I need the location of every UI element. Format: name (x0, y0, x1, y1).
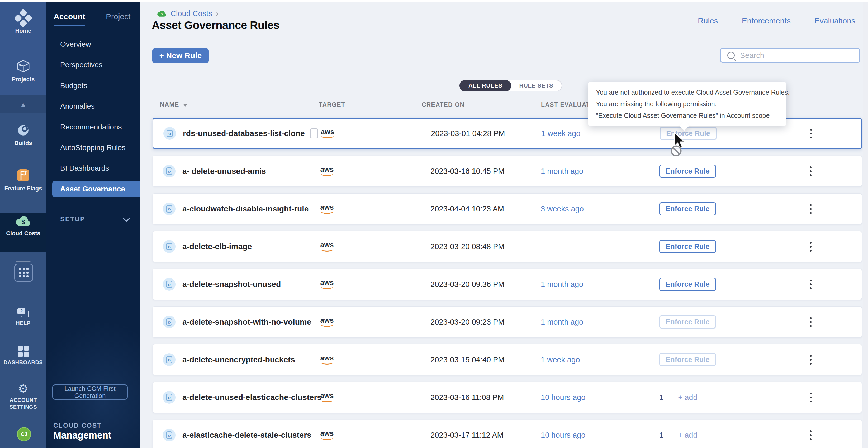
sidebar-item-help[interactable]: ? HELP (0, 308, 46, 326)
home-icon (13, 9, 33, 28)
nav-item-budgets[interactable]: Budgets (52, 77, 140, 94)
last-evaluation-link[interactable]: 3 weeks ago (541, 205, 584, 213)
enforce-rule-button[interactable]: Enforce Rule (659, 315, 716, 329)
table-row[interactable]: ‹›a-elasticache-delete-stale-clustersaws… (153, 419, 862, 448)
created-on: 2023-03-16 11:08 PM (430, 393, 504, 402)
table-row[interactable]: ‹›a-delete-snapshot-unusedaws2023-03-20 … (153, 269, 862, 300)
sidebar-item-cloud-costs[interactable]: $ Cloud Costs (0, 214, 46, 237)
nav-item-perspectives[interactable]: Perspectives (52, 57, 140, 73)
rule-type-icon: ‹› (163, 240, 176, 253)
module-picker-button[interactable] (14, 264, 33, 282)
kebab-menu-icon[interactable] (805, 390, 816, 404)
rail-collapse-strip[interactable]: ▲ (0, 95, 46, 113)
nav-item-overview[interactable]: Overview (52, 36, 140, 53)
not-allowed-cursor (670, 131, 687, 157)
enforce-rule-button[interactable]: Enforce Rule (659, 353, 716, 366)
last-evaluation-link[interactable]: 10 hours ago (541, 393, 585, 402)
created-on: 2023-03-20 08:48 PM (430, 242, 505, 251)
aws-logo: aws (316, 279, 338, 289)
add-enforcement-link[interactable]: + add (678, 393, 697, 402)
sidebar-item-account-settings[interactable]: ⚙ ACCOUNT SETTINGS (0, 383, 46, 410)
nav-item-recommendations[interactable]: Recommendations (52, 119, 140, 135)
grid-icon (19, 268, 29, 277)
cloud-costs-icon: $ (15, 214, 31, 228)
enforce-rule-button[interactable]: Enforce Rule (660, 127, 716, 140)
rule-type-icon: ‹› (163, 316, 176, 328)
table-row[interactable]: ‹›a-delete-elb-imageaws2023-03-20 08:48 … (153, 231, 862, 262)
kebab-menu-icon[interactable] (805, 428, 816, 442)
kebab-menu-icon[interactable] (805, 315, 816, 329)
sidebar-item-projects[interactable]: Projects (0, 59, 46, 83)
user-avatar[interactable]: CJ (17, 427, 31, 441)
table-row[interactable]: ‹›a-delete-unencrypted-bucketsaws2023-03… (153, 344, 862, 375)
sidebar-item-dashboards[interactable]: DASHBOARDS (0, 346, 46, 366)
breadcrumb-cloud-costs-link[interactable]: Cloud Costs (170, 9, 212, 18)
aws-logo: aws (316, 204, 338, 214)
aws-logo: aws (316, 129, 339, 138)
brand-eyebrow: CLOUD COST (53, 422, 102, 429)
collapse-up-icon: ▲ (20, 101, 26, 108)
setup-section-toggle[interactable]: SETUP (60, 215, 129, 223)
kebab-menu-icon[interactable] (805, 277, 816, 291)
cloud-costs-nav-panel: Account Project OverviewPerspectivesBudg… (46, 0, 140, 448)
last-evaluation-link[interactable]: 10 hours ago (541, 431, 585, 440)
brand-name: Management (53, 430, 112, 441)
rule-name[interactable]: a- delete-unused-amis (182, 167, 266, 176)
nav-item-asset-governance[interactable]: Asset Governance (52, 181, 140, 197)
rule-type-icon: ‹› (163, 391, 176, 404)
action-cell: Enforce Rule (659, 165, 738, 178)
rule-name[interactable]: a-delete-snapshot-with-no-volume (182, 317, 311, 326)
nav-item-bi-dashboards[interactable]: BI Dashboards (52, 160, 140, 176)
enforcement-count: 1 (659, 431, 663, 440)
last-evaluation-link[interactable]: 1 month ago (541, 280, 583, 289)
rule-name[interactable]: a-cloudwatch-disable-insight-rule (182, 204, 309, 213)
action-cell: Enforce Rule (659, 315, 738, 329)
table-row[interactable]: ‹›a-delete-unused-elasticache-clustersaw… (153, 382, 862, 413)
aws-logo: aws (316, 317, 338, 327)
kebab-menu-icon[interactable] (805, 353, 816, 367)
rule-name[interactable]: a-delete-unused-elasticache-clusters (182, 393, 321, 402)
sidebar-item-builds[interactable]: Builds (0, 123, 46, 147)
rule-type-icon: ‹› (163, 429, 176, 441)
launch-ccm-first-gen-button[interactable]: Launch CCM First Generation (52, 384, 128, 400)
created-on: 2023-03-16 10:45 PM (430, 167, 505, 176)
last-evaluation-link[interactable]: 1 month ago (541, 167, 583, 176)
rule-name[interactable]: a-delete-snapshot-unused (182, 280, 281, 289)
svg-text:$: $ (161, 12, 163, 16)
enforce-rule-button[interactable]: Enforce Rule (659, 240, 716, 253)
add-enforcement-link[interactable]: + add (678, 431, 697, 440)
kebab-menu-icon[interactable] (805, 240, 816, 253)
rule-name[interactable]: rds-unused-databases-list-clone (183, 129, 318, 138)
kebab-menu-icon[interactable] (806, 127, 816, 140)
last-evaluation-link[interactable]: 1 month ago (541, 318, 583, 326)
nav-item-autostopping-rules[interactable]: AutoStopping Rules (52, 139, 140, 156)
sidebar-item-home[interactable]: Home (0, 11, 46, 34)
table-row[interactable]: ‹›a-delete-snapshot-with-no-volumeaws202… (153, 306, 862, 338)
feature-flags-icon (16, 168, 31, 183)
dashboards-grid-icon (18, 346, 29, 357)
kebab-menu-icon[interactable] (805, 164, 816, 178)
vertical-scrollbar[interactable] (863, 2, 868, 448)
created-on: 2023-03-01 04:28 PM (431, 129, 505, 138)
column-header-created-on: CREATED ON (422, 101, 464, 108)
last-evaluation-link[interactable]: 1 week ago (541, 355, 580, 364)
rule-name[interactable]: a-delete-unencrypted-buckets (182, 355, 295, 364)
tab-account[interactable]: Account (54, 12, 85, 26)
rule-type-icon: ‹› (163, 203, 176, 215)
created-on: 2023-03-20 09:23 PM (430, 318, 505, 326)
nav-item-anomalies[interactable]: Anomalies (52, 98, 140, 114)
enforce-rule-button[interactable]: Enforce Rule (659, 278, 716, 291)
rule-name[interactable]: a-elasticache-delete-stale-clusters (182, 430, 311, 440)
table-row[interactable]: ‹›a- delete-unused-amisaws2023-03-16 10:… (153, 156, 862, 187)
table-row[interactable]: ‹›a-cloudwatch-disable-insight-ruleaws20… (153, 193, 862, 225)
rule-name[interactable]: a-delete-elb-image (182, 242, 252, 251)
column-header-name[interactable]: NAME (160, 101, 188, 108)
enforce-rule-button[interactable]: Enforce Rule (659, 165, 716, 178)
last-evaluation-link[interactable]: 1 week ago (541, 129, 580, 138)
sort-desc-icon (183, 104, 188, 106)
aws-logo: aws (316, 430, 338, 440)
kebab-menu-icon[interactable] (805, 202, 816, 216)
sidebar-item-feature-flags[interactable]: Feature Flags (0, 168, 46, 192)
tab-project[interactable]: Project (106, 12, 130, 26)
enforce-rule-button[interactable]: Enforce Rule (659, 202, 716, 215)
